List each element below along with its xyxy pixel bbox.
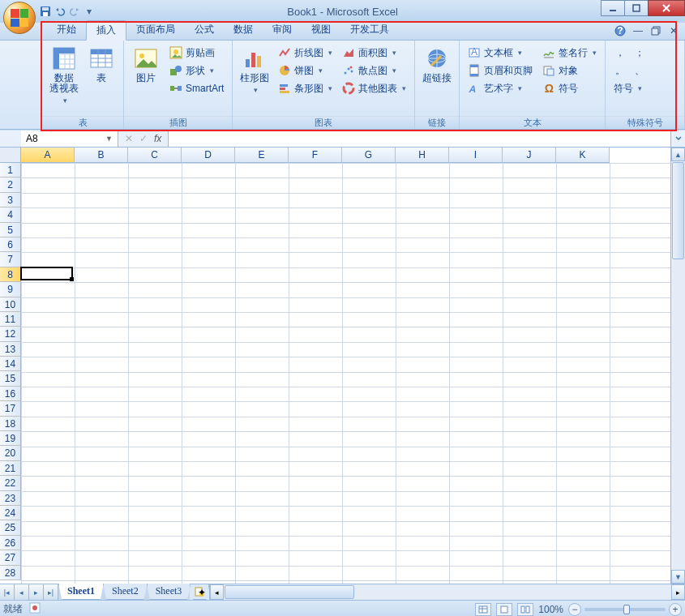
- pagebreak-view-icon[interactable]: [517, 603, 533, 616]
- row-header-20[interactable]: 20: [0, 446, 21, 460]
- qat-customize-icon[interactable]: ▾: [83, 5, 96, 18]
- zoom-in-icon[interactable]: +: [669, 603, 682, 616]
- row-header-4[interactable]: 4: [0, 207, 21, 222]
- row-header-16[interactable]: 16: [0, 387, 21, 401]
- sheet-next-icon[interactable]: ▸: [29, 584, 44, 600]
- scroll-down-icon[interactable]: ▼: [671, 570, 685, 584]
- row-header-21[interactable]: 21: [0, 461, 21, 476]
- tab-审阅[interactable]: 审阅: [263, 20, 302, 40]
- row-header-10[interactable]: 10: [0, 297, 21, 312]
- cancel-icon[interactable]: ✕: [125, 133, 133, 144]
- column-header-D[interactable]: D: [182, 148, 235, 163]
- row-header-27[interactable]: 27: [0, 550, 21, 565]
- symbol-button[interactable]: Ω符号: [539, 79, 600, 97]
- row-header-5[interactable]: 5: [0, 223, 21, 237]
- sheet-tab-Sheet3[interactable]: Sheet3: [147, 584, 191, 600]
- row-header-8[interactable]: 8: [0, 267, 21, 282]
- row-header-14[interactable]: 14: [0, 357, 21, 371]
- tab-页面布局[interactable]: 页面布局: [126, 20, 185, 40]
- area-chart-button[interactable]: 面积图▾: [339, 44, 409, 62]
- namebox-dropdown-icon[interactable]: ▼: [105, 135, 113, 143]
- maximize-button[interactable]: [624, 0, 649, 16]
- row-header-18[interactable]: 18: [0, 417, 21, 431]
- row-header-11[interactable]: 11: [0, 312, 21, 327]
- formula-expand-icon[interactable]: [670, 130, 685, 147]
- tab-公式[interactable]: 公式: [185, 20, 224, 40]
- worksheet-grid[interactable]: ABCDEFGHIJK 1234567891011121314151617181…: [0, 148, 685, 584]
- row-header-25[interactable]: 25: [0, 520, 21, 535]
- row-header-13[interactable]: 13: [0, 342, 21, 357]
- enter-icon[interactable]: ✓: [139, 133, 148, 144]
- zoom-slider[interactable]: [584, 608, 666, 611]
- new-sheet-icon[interactable]: ✦: [190, 584, 209, 600]
- sheet-first-icon[interactable]: |◂: [0, 584, 15, 600]
- pie-chart-button[interactable]: 饼图▾: [275, 62, 336, 79]
- picture-button[interactable]: 图片: [129, 44, 163, 85]
- save-icon[interactable]: [39, 5, 52, 18]
- row-header-2[interactable]: 2: [0, 178, 21, 192]
- sheet-prev-icon[interactable]: ◂: [15, 584, 29, 600]
- column-header-J[interactable]: J: [503, 148, 556, 163]
- symbols-dd-button[interactable]: 符号▾: [610, 79, 645, 97]
- macro-record-icon[interactable]: [29, 602, 41, 616]
- hyperlink-button[interactable]: 超链接: [420, 44, 454, 85]
- row-header-28[interactable]: 28: [0, 566, 21, 580]
- row-header-3[interactable]: 3: [0, 193, 21, 207]
- pivot-table-button[interactable]: 数据 透视表▾: [47, 44, 81, 108]
- clipart-button[interactable]: 剪贴画: [166, 44, 227, 62]
- mdi-close-icon[interactable]: ✕: [667, 24, 680, 37]
- zoom-level[interactable]: 100%: [538, 604, 563, 615]
- headerfooter-button[interactable]: 页眉和页脚: [465, 62, 536, 79]
- select-all-corner[interactable]: [0, 148, 21, 163]
- column-header-H[interactable]: H: [396, 148, 449, 163]
- row-header-26[interactable]: 26: [0, 536, 21, 550]
- hscroll-thumb[interactable]: [225, 585, 354, 599]
- row-header-19[interactable]: 19: [0, 431, 21, 446]
- mdi-minimize-icon[interactable]: —: [631, 24, 644, 37]
- row-header-22[interactable]: 22: [0, 476, 21, 490]
- wordart-button[interactable]: A艺术字▾: [465, 79, 536, 97]
- shapes-button[interactable]: 形状▾: [166, 62, 227, 79]
- close-button[interactable]: [648, 0, 685, 16]
- column-header-G[interactable]: G: [342, 148, 396, 163]
- row-header-7[interactable]: 7: [0, 252, 21, 267]
- pagelayout-view-icon[interactable]: [496, 603, 512, 616]
- vscroll-thumb[interactable]: [672, 162, 684, 259]
- zoom-out-icon[interactable]: −: [568, 603, 581, 616]
- sheet-last-icon[interactable]: ▸|: [44, 584, 58, 600]
- object-button[interactable]: 对象: [539, 62, 600, 79]
- row-header-17[interactable]: 17: [0, 401, 21, 416]
- name-box[interactable]: A8▼: [21, 130, 118, 147]
- table-button[interactable]: 表: [84, 44, 118, 85]
- tab-视图[interactable]: 视图: [302, 20, 340, 40]
- row-header-9[interactable]: 9: [0, 282, 21, 297]
- sheet-tab-Sheet1[interactable]: Sheet1: [58, 584, 104, 600]
- smartart-button[interactable]: SmartArt: [166, 79, 227, 97]
- comma-button[interactable]: ，: [610, 44, 630, 62]
- tab-开始[interactable]: 开始: [47, 20, 86, 40]
- column-header-E[interactable]: E: [235, 148, 289, 163]
- row-header-1[interactable]: 1: [0, 163, 21, 178]
- column-header-I[interactable]: I: [449, 148, 503, 163]
- signature-button[interactable]: 签名行▾: [539, 44, 600, 62]
- tab-数据[interactable]: 数据: [224, 20, 263, 40]
- scroll-up-icon[interactable]: ▲: [671, 148, 685, 161]
- tab-开发工具[interactable]: 开发工具: [340, 20, 399, 40]
- row-header-23[interactable]: 23: [0, 491, 21, 506]
- bar-chart-button[interactable]: 条形图▾: [275, 79, 336, 97]
- sheet-tab-Sheet2[interactable]: Sheet2: [103, 584, 148, 600]
- fx-icon[interactable]: fx: [154, 133, 161, 144]
- scroll-left-icon[interactable]: ◂: [210, 584, 224, 600]
- active-cell[interactable]: [20, 267, 73, 280]
- horizontal-scrollbar[interactable]: ◂ ▸: [209, 584, 685, 600]
- minimize-button[interactable]: [601, 0, 625, 16]
- normal-view-icon[interactable]: [475, 603, 491, 616]
- column-header-B[interactable]: B: [75, 148, 128, 163]
- textbox-button[interactable]: A文本框▾: [465, 44, 536, 62]
- help-icon[interactable]: ?: [614, 24, 627, 37]
- row-header-15[interactable]: 15: [0, 371, 21, 386]
- column-header-F[interactable]: F: [289, 148, 342, 163]
- column-header-A[interactable]: A: [21, 148, 75, 163]
- scatter-chart-button[interactable]: 散点图▾: [339, 62, 409, 79]
- vertical-scrollbar[interactable]: ▲ ▼: [670, 148, 685, 584]
